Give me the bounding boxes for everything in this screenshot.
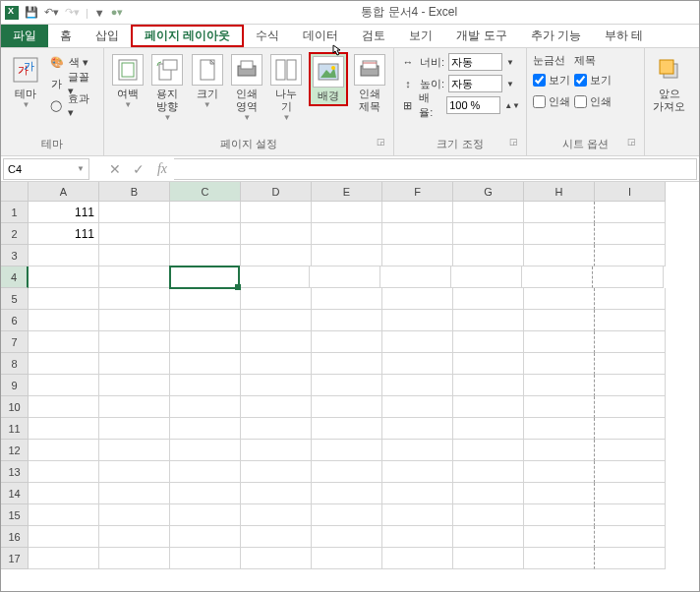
cell[interactable]: [239, 266, 310, 288]
cell[interactable]: [99, 223, 170, 245]
row-header[interactable]: 3: [1, 245, 29, 266]
cell[interactable]: [524, 440, 595, 461]
cell[interactable]: [170, 418, 241, 440]
cell[interactable]: [595, 245, 666, 266]
fx-icon[interactable]: fx: [150, 161, 174, 177]
cell[interactable]: [99, 245, 170, 266]
cell[interactable]: [595, 440, 666, 461]
cell[interactable]: [99, 288, 170, 310]
cancel-formula-icon[interactable]: ✕: [103, 161, 127, 177]
cell[interactable]: [170, 396, 241, 418]
cell[interactable]: [382, 331, 453, 353]
cell[interactable]: [453, 375, 524, 396]
tab-page-layout[interactable]: 페이지 레이아웃: [131, 25, 244, 47]
cell[interactable]: [312, 202, 382, 223]
cell[interactable]: [312, 245, 382, 266]
cell[interactable]: [29, 548, 99, 569]
cell[interactable]: [29, 504, 99, 526]
cell[interactable]: [241, 310, 312, 331]
cell[interactable]: [170, 440, 241, 461]
row-header[interactable]: 9: [1, 375, 29, 396]
cell[interactable]: [241, 353, 312, 375]
cell[interactable]: [241, 245, 312, 266]
tab-review[interactable]: 검토: [350, 25, 397, 47]
redo-icon[interactable]: ↷▾: [65, 6, 80, 19]
cell[interactable]: [453, 483, 524, 504]
cell[interactable]: [99, 461, 170, 483]
cell[interactable]: [312, 440, 382, 461]
print-area-button[interactable]: 인쇄 영역▼: [229, 52, 264, 124]
cell[interactable]: [99, 266, 170, 288]
cell[interactable]: [312, 375, 382, 396]
cell[interactable]: [29, 375, 99, 396]
cell[interactable]: [524, 202, 595, 223]
cell[interactable]: [170, 504, 241, 526]
formula-input[interactable]: [174, 158, 697, 180]
save-icon[interactable]: 💾: [25, 6, 38, 19]
cell[interactable]: [524, 483, 595, 504]
cell[interactable]: [241, 548, 312, 569]
cell[interactable]: [595, 483, 666, 504]
dialog-launcher-icon[interactable]: ◲: [377, 137, 385, 147]
column-header[interactable]: H: [524, 182, 595, 202]
cell[interactable]: [29, 245, 99, 266]
cell[interactable]: [453, 245, 524, 266]
themes-button[interactable]: 가가 테마 ▼: [7, 52, 45, 111]
cell[interactable]: [310, 266, 380, 288]
tab-view[interactable]: 보기: [397, 25, 444, 47]
cell[interactable]: [99, 548, 170, 569]
cell[interactable]: [29, 418, 99, 440]
cell[interactable]: [241, 331, 312, 353]
cell[interactable]: [29, 461, 99, 483]
cell[interactable]: [453, 504, 524, 526]
gridlines-print-check[interactable]: 인쇄: [533, 91, 570, 111]
cell[interactable]: [241, 202, 312, 223]
cell[interactable]: [382, 202, 453, 223]
cell[interactable]: [524, 331, 595, 353]
cell[interactable]: [29, 440, 99, 461]
cell[interactable]: [99, 418, 170, 440]
cell[interactable]: [380, 266, 451, 288]
cell[interactable]: [595, 331, 666, 353]
cell[interactable]: [170, 288, 241, 310]
cell[interactable]: [241, 288, 312, 310]
headings-view-check[interactable]: 보기: [574, 70, 612, 89]
cell[interactable]: [312, 548, 382, 569]
cell[interactable]: [524, 418, 595, 440]
cell[interactable]: [595, 375, 666, 396]
cell[interactable]: [453, 461, 524, 483]
cell[interactable]: [382, 245, 453, 266]
select-all-corner[interactable]: [1, 182, 29, 202]
cell[interactable]: [453, 548, 524, 569]
cell[interactable]: [29, 288, 99, 310]
cell[interactable]: [241, 461, 312, 483]
margins-button[interactable]: 여백▼: [110, 52, 146, 111]
cell[interactable]: [524, 461, 595, 483]
cell[interactable]: [595, 461, 666, 483]
cell[interactable]: [524, 288, 595, 310]
cell[interactable]: [524, 526, 595, 548]
cell[interactable]: [595, 526, 666, 548]
cell[interactable]: [29, 310, 99, 331]
row-header[interactable]: 14: [1, 483, 29, 504]
tab-file[interactable]: 파일: [1, 25, 48, 47]
cell[interactable]: [241, 440, 312, 461]
cell[interactable]: [312, 461, 382, 483]
row-header[interactable]: 13: [1, 461, 29, 483]
headings-print-check[interactable]: 인쇄: [574, 91, 612, 111]
cell[interactable]: [382, 418, 453, 440]
row-header[interactable]: 10: [1, 396, 29, 418]
cell[interactable]: [453, 288, 524, 310]
cell[interactable]: [595, 548, 666, 569]
cell[interactable]: [170, 310, 241, 331]
cell[interactable]: [170, 202, 241, 223]
cell[interactable]: [99, 202, 170, 223]
cell[interactable]: [241, 526, 312, 548]
cell[interactable]: [312, 310, 382, 331]
cell[interactable]: [524, 245, 595, 266]
cell[interactable]: [241, 483, 312, 504]
cell[interactable]: [29, 526, 99, 548]
cell[interactable]: [312, 504, 382, 526]
cell[interactable]: [453, 396, 524, 418]
cell[interactable]: [29, 353, 99, 375]
